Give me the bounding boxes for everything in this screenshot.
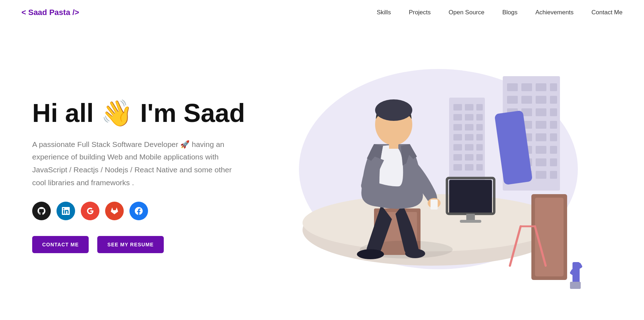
svg-rect-47: [453, 144, 462, 151]
social-google-button[interactable]: [81, 202, 99, 220]
svg-rect-53: [453, 164, 462, 171]
svg-point-74: [375, 99, 412, 121]
navbar: < Saad Pasta /> Skills Projects Open Sou…: [0, 0, 644, 25]
svg-rect-36: [465, 104, 473, 110]
hero-title: Hi all 👋 I'm Saad: [32, 99, 254, 127]
svg-rect-33: [550, 171, 557, 179]
svg-rect-69: [460, 220, 481, 223]
svg-rect-3: [521, 83, 532, 91]
svg-rect-55: [476, 164, 483, 171]
google-icon: [86, 207, 94, 215]
svg-rect-17: [550, 121, 557, 129]
svg-rect-12: [536, 108, 546, 116]
svg-rect-41: [453, 124, 462, 131]
nav-links: Skills Projects Open Source Blogs Achiev…: [377, 9, 623, 16]
svg-rect-35: [453, 104, 462, 110]
svg-rect-75: [389, 142, 398, 149]
hero-content: Hi all 👋 I'm Saad A passionate Full Stac…: [32, 99, 254, 253]
social-icons-group: [32, 202, 254, 220]
svg-rect-39: [465, 114, 473, 120]
svg-rect-48: [465, 144, 473, 151]
svg-rect-5: [550, 83, 557, 91]
nav-link-blogs[interactable]: Blogs: [502, 9, 518, 16]
svg-rect-7: [521, 96, 532, 104]
github-icon: [38, 207, 45, 215]
svg-rect-38: [453, 114, 462, 120]
social-linkedin-button[interactable]: [56, 202, 75, 220]
svg-rect-24: [536, 146, 546, 154]
cta-buttons: CONTACT ME SEE MY RESUME: [32, 236, 254, 253]
social-facebook-button[interactable]: [129, 202, 148, 220]
social-gitlab-button[interactable]: [105, 202, 124, 220]
see-resume-button[interactable]: SEE MY RESUME: [97, 236, 163, 253]
svg-rect-25: [550, 146, 557, 154]
svg-rect-42: [465, 124, 473, 131]
linkedin-icon: [62, 207, 70, 215]
svg-rect-46: [476, 134, 483, 141]
svg-rect-45: [465, 134, 473, 141]
svg-point-71: [357, 249, 384, 259]
nav-link-contact[interactable]: Contact Me: [591, 9, 623, 16]
svg-point-72: [405, 249, 425, 258]
svg-rect-62: [535, 198, 564, 276]
svg-rect-16: [536, 121, 546, 129]
svg-rect-29: [550, 158, 557, 166]
nav-link-skills[interactable]: Skills: [377, 9, 391, 16]
svg-rect-28: [536, 158, 546, 166]
hero-svg-illustration: [277, 55, 599, 298]
svg-rect-77: [431, 200, 438, 210]
svg-rect-52: [476, 154, 483, 161]
svg-rect-9: [550, 96, 557, 104]
svg-rect-37: [476, 104, 483, 110]
hero-illustration: [254, 48, 623, 305]
nav-logo[interactable]: < Saad Pasta />: [21, 8, 79, 17]
svg-rect-44: [453, 134, 462, 141]
nav-link-opensource[interactable]: Open Source: [449, 9, 485, 16]
hero-section: Hi all 👋 I'm Saad A passionate Full Stac…: [0, 25, 644, 320]
facebook-icon: [135, 207, 143, 215]
svg-rect-2: [507, 83, 518, 91]
svg-rect-40: [476, 114, 483, 120]
svg-rect-49: [476, 144, 483, 151]
svg-rect-13: [550, 108, 557, 116]
svg-rect-20: [536, 133, 546, 141]
nav-link-achievements[interactable]: Achievements: [535, 9, 574, 16]
hero-description: A passionate Full Stack Software Develop…: [32, 138, 240, 189]
svg-rect-21: [550, 133, 557, 141]
nav-link-projects[interactable]: Projects: [409, 9, 431, 16]
svg-rect-8: [536, 96, 546, 104]
svg-rect-6: [507, 96, 518, 104]
svg-rect-4: [536, 83, 546, 91]
svg-rect-43: [476, 124, 483, 131]
svg-rect-54: [465, 164, 473, 171]
gitlab-icon: [110, 207, 118, 215]
svg-rect-81: [570, 282, 581, 289]
contact-me-button[interactable]: CONTACT ME: [32, 236, 89, 253]
svg-rect-50: [453, 154, 462, 161]
svg-rect-32: [536, 171, 546, 179]
svg-rect-68: [466, 214, 475, 220]
svg-rect-66: [449, 180, 492, 214]
social-github-button[interactable]: [32, 202, 51, 220]
svg-rect-51: [465, 154, 473, 161]
illustration-wrapper: [277, 55, 599, 298]
